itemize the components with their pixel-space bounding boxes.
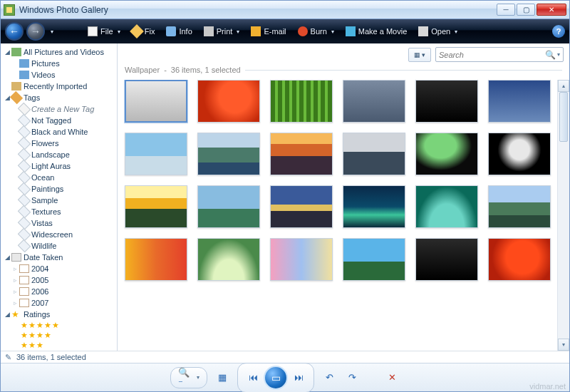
zoom-button[interactable]: 🔍⁻ bbox=[178, 370, 194, 386]
scroll-up-button[interactable]: ▴ bbox=[558, 80, 569, 92]
minimize-button[interactable]: ─ bbox=[497, 4, 515, 16]
tag-icon bbox=[18, 148, 31, 161]
thumbnail[interactable] bbox=[488, 185, 551, 228]
star-icon: ★ bbox=[21, 340, 28, 350]
menu-burn-label: Burn bbox=[311, 27, 327, 36]
tree-year-2005[interactable]: ▹2005 bbox=[2, 274, 117, 286]
maximize-button[interactable]: ▢ bbox=[517, 4, 535, 16]
search-icon[interactable]: 🔍 bbox=[545, 50, 556, 60]
tree-year-2007[interactable]: ▹2007 bbox=[2, 297, 117, 309]
scroll-down-button[interactable]: ▾ bbox=[558, 339, 569, 351]
tree-all-pictures-videos[interactable]: ◢All Pictures and Videos bbox=[2, 46, 117, 58]
thumbnail[interactable] bbox=[270, 80, 333, 123]
search-box[interactable]: 🔍▾ bbox=[435, 47, 564, 62]
rotate-right-button[interactable]: ↷ bbox=[344, 370, 360, 386]
tree-tag-widescreen[interactable]: Widescreen bbox=[2, 229, 117, 240]
tree-tag-light-auras[interactable]: Light Auras bbox=[2, 160, 117, 172]
thumbnail[interactable] bbox=[415, 80, 478, 123]
tree-tag-sample[interactable]: Sample bbox=[2, 195, 117, 206]
thumbnail[interactable] bbox=[488, 80, 551, 123]
thumbnail[interactable] bbox=[197, 238, 260, 281]
menu-fix[interactable]: Fix bbox=[128, 24, 160, 38]
menu-file[interactable]: File▾ bbox=[83, 24, 125, 38]
fix-icon bbox=[130, 24, 144, 38]
menu-print[interactable]: Print▾ bbox=[200, 24, 244, 38]
close-button[interactable]: ✕ bbox=[537, 4, 566, 16]
thumbnail[interactable] bbox=[197, 133, 260, 175]
print-icon bbox=[204, 26, 214, 36]
next-button[interactable]: ⏭ bbox=[291, 370, 306, 386]
thumbnail[interactable] bbox=[343, 133, 405, 175]
search-input[interactable] bbox=[439, 51, 545, 59]
menu-open[interactable]: Open▾ bbox=[414, 24, 462, 38]
thumbnail[interactable] bbox=[488, 133, 551, 175]
tree-videos[interactable]: Videos bbox=[2, 69, 117, 81]
thumbnail[interactable] bbox=[197, 80, 260, 123]
thumbnail[interactable] bbox=[270, 185, 333, 228]
previous-button[interactable]: ⏮ bbox=[245, 370, 261, 386]
tree-tags[interactable]: ◢Tags bbox=[2, 92, 117, 103]
tree-date-taken[interactable]: ◢Date Taken bbox=[2, 252, 117, 263]
help-button[interactable]: ? bbox=[552, 25, 565, 38]
videos-icon bbox=[19, 71, 29, 79]
breadcrumb-summary: 36 items, 1 selected bbox=[171, 66, 241, 74]
menu-burn[interactable]: Burn▾ bbox=[294, 24, 338, 38]
tree-tag-flowers[interactable]: Flowers bbox=[2, 138, 117, 149]
slideshow-button[interactable]: ▭ bbox=[264, 366, 288, 390]
view-options-button[interactable]: ▦ ▾ bbox=[408, 48, 431, 62]
tree-rating-5[interactable]: ★★★★★ bbox=[2, 320, 117, 330]
tree-rating-4[interactable]: ★★★★ bbox=[2, 330, 117, 340]
thumbnail[interactable] bbox=[125, 133, 187, 175]
thumbnail[interactable] bbox=[415, 185, 478, 228]
tree-create-new-tag[interactable]: Create a New Tag bbox=[2, 103, 117, 115]
tree-tag-textures[interactable]: Textures bbox=[2, 206, 117, 217]
thumbnail[interactable] bbox=[488, 238, 551, 281]
menu-info[interactable]: Info bbox=[162, 24, 196, 38]
delete-button[interactable]: ✕ bbox=[384, 370, 400, 386]
tree-year-2004[interactable]: ▹2004 bbox=[2, 263, 117, 274]
thumbnail[interactable] bbox=[343, 80, 405, 123]
pictures-icon bbox=[19, 59, 29, 68]
email-icon bbox=[251, 26, 261, 36]
thumbnail[interactable] bbox=[415, 238, 478, 281]
tree-tag-ocean[interactable]: Ocean bbox=[2, 172, 117, 183]
menu-make-movie[interactable]: Make a Movie bbox=[341, 24, 411, 38]
tree-tag-paintings[interactable]: Paintings bbox=[2, 183, 117, 195]
tree-tag-landscape[interactable]: Landscape bbox=[2, 149, 117, 160]
thumbnail[interactable] bbox=[343, 238, 405, 281]
tree-rating-3[interactable]: ★★★ bbox=[2, 340, 117, 350]
tree-tag-wildlife[interactable]: Wildlife bbox=[2, 240, 117, 252]
watermark: vidmar.net bbox=[529, 382, 566, 391]
vertical-scrollbar[interactable]: ▴ ▾ bbox=[557, 80, 569, 351]
thumbnail[interactable] bbox=[125, 80, 187, 123]
thumbnail[interactable] bbox=[125, 238, 187, 281]
nav-history-dropdown[interactable]: ▾ bbox=[48, 29, 56, 35]
tree-pictures[interactable]: Pictures bbox=[2, 58, 117, 69]
menu-email[interactable]: E-mail bbox=[247, 24, 290, 38]
info-icon bbox=[166, 26, 176, 36]
scroll-thumb[interactable] bbox=[559, 92, 568, 142]
tree-tag-not-tagged[interactable]: Not Tagged bbox=[2, 115, 117, 126]
star-icon: ★ bbox=[52, 320, 59, 330]
thumbnail[interactable] bbox=[197, 185, 260, 228]
tree-recently-imported[interactable]: Recently Imported bbox=[2, 81, 117, 92]
thumbnail[interactable] bbox=[415, 133, 478, 175]
thumbnail[interactable] bbox=[125, 185, 187, 228]
thumbnail[interactable] bbox=[270, 133, 333, 175]
burn-icon bbox=[298, 26, 308, 36]
tree-tag-vistas[interactable]: Vistas bbox=[2, 217, 117, 229]
nav-forward-button[interactable]: → bbox=[26, 22, 45, 41]
star-icon: ★ bbox=[11, 310, 21, 319]
thumbnail-gallery bbox=[118, 80, 557, 351]
rotate-left-button[interactable]: ↶ bbox=[321, 370, 337, 386]
tree-year-2006[interactable]: ▹2006 bbox=[2, 286, 117, 297]
tree-ratings[interactable]: ◢★Ratings bbox=[2, 309, 117, 320]
star-icon: ★ bbox=[28, 330, 36, 340]
thumbnails-view-button[interactable]: ▦ bbox=[214, 370, 230, 386]
thumbnail[interactable] bbox=[270, 238, 333, 281]
titlebar: Windows Photo Gallery ─ ▢ ✕ bbox=[1, 1, 569, 19]
thumbnail[interactable] bbox=[343, 185, 405, 228]
tag-icon bbox=[18, 160, 31, 172]
tree-tag-black-and-white[interactable]: Black and White bbox=[2, 126, 117, 138]
nav-back-button[interactable]: ← bbox=[5, 22, 24, 41]
